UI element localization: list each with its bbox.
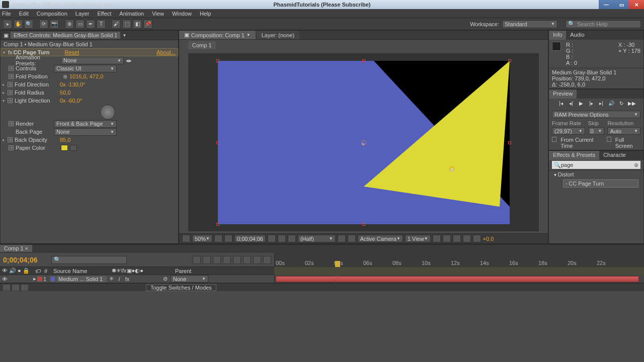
effects-category[interactable]: ▾ Distort (549, 170, 643, 178)
roi-icon[interactable] (338, 235, 346, 242)
minimize-button[interactable]: — (599, 0, 614, 9)
exposure-reset-icon[interactable] (473, 235, 481, 242)
camera-dropdown[interactable]: Active Camera ▼ (358, 235, 403, 242)
selection-handle[interactable] (508, 141, 511, 144)
maximize-button[interactable]: ▭ (614, 0, 629, 9)
play-button[interactable]: ▶ (578, 101, 585, 108)
selection-handle[interactable] (216, 223, 219, 226)
pen-tool[interactable]: ✒ (86, 20, 95, 29)
color-icon[interactable] (288, 235, 296, 242)
status-icon[interactable] (3, 285, 10, 291)
menu-view[interactable]: View (152, 11, 164, 17)
effect-controls-tab[interactable]: Effect Controls: Medium Gray-Blue Solid … (11, 32, 120, 39)
menu-window[interactable]: Window (172, 11, 192, 17)
brush-tool[interactable]: 🖌 (112, 20, 121, 29)
zoom-dropdown[interactable]: 50% ▼ (192, 235, 212, 242)
menu-composition[interactable]: Composition (37, 11, 67, 17)
stopwatch-icon[interactable]: ◷ (9, 121, 14, 126)
effect-item[interactable]: ▫ CC Page Turn (563, 179, 638, 188)
full-screen-checkbox[interactable] (607, 137, 611, 142)
stopwatch-icon[interactable]: ◷ (8, 98, 13, 103)
timecode[interactable]: 0;00;04;06 (3, 256, 48, 264)
layer-duration-bar[interactable] (276, 276, 639, 282)
current-time[interactable]: 0;00;04;06 (234, 235, 266, 242)
resolution-dropdown[interactable]: (Half) ▼ (298, 235, 336, 242)
back-opacity-value[interactable]: 85,0 (60, 137, 70, 143)
camera-tool[interactable]: 📷 (50, 20, 59, 29)
paper-color-swatch[interactable] (61, 145, 68, 151)
timeline-comp-tab[interactable]: Comp 1 × (0, 245, 32, 252)
tl-icon[interactable] (223, 256, 231, 264)
tl-icon[interactable] (253, 256, 261, 264)
tl-icon[interactable] (243, 256, 251, 264)
parent-dropdown[interactable]: None▼ (171, 275, 208, 283)
menu-layer[interactable]: Layer (75, 11, 90, 17)
stopwatch-icon[interactable]: ◷ (8, 90, 13, 95)
composition-viewer[interactable]: + ⊕ (188, 53, 539, 231)
comp-mini-tab[interactable]: Comp 1 (188, 41, 216, 49)
timeline-search[interactable]: 🔍 (51, 256, 127, 264)
selection-handle[interactable] (362, 59, 365, 62)
loop-button[interactable]: ↻ (618, 101, 625, 108)
tl-icon[interactable] (213, 256, 221, 264)
composition-tab[interactable]: ▣ Composition: Comp 1 ▼ (179, 31, 256, 39)
time-ruler[interactable]: 00s 02s 04s 06s 08s 10s 12s 14s 16s 18s … (274, 253, 644, 267)
status-icon[interactable] (21, 285, 28, 291)
effects-presets-tab[interactable]: Effects & Presets (549, 151, 599, 160)
reset-link[interactable]: Reset (64, 49, 79, 55)
menu-effect[interactable]: Effect (97, 11, 111, 17)
mute-button[interactable]: 🔊 (608, 101, 615, 108)
tl-icon[interactable] (263, 256, 271, 264)
rect-tool[interactable]: ▭ (75, 20, 85, 29)
menu-animation[interactable]: Animation (119, 11, 144, 17)
menu-file[interactable]: File (2, 11, 11, 17)
back-page-dropdown[interactable]: None▼ (54, 128, 117, 136)
light-direction-dial[interactable] (100, 105, 115, 120)
fold-position-indicator[interactable]: ⊕ (449, 166, 454, 171)
anim-presets-dropdown[interactable]: None▼ (61, 57, 124, 64)
status-icon[interactable] (12, 285, 19, 291)
selection-handle[interactable] (216, 141, 219, 144)
eyedropper-icon[interactable] (70, 145, 77, 151)
timeline-layer-row[interactable]: 👁 ▸ 1 Medium ... Solid 1 ✳ / fx ⊘ None▼ (0, 275, 644, 283)
mask-icon[interactable] (224, 235, 232, 242)
fast-preview-icon[interactable] (443, 235, 451, 242)
framerate-dropdown[interactable]: (29,97)▼ (552, 127, 585, 135)
fold-direction-value[interactable]: 0x -130,0° (60, 81, 85, 87)
tl-icon[interactable] (193, 256, 201, 264)
ram-preview-dropdown[interactable]: RAM Preview Options▼ (552, 111, 640, 118)
pan-behind-tool[interactable]: ⊕ (65, 20, 74, 29)
fold-radius-value[interactable]: 50,0 (60, 89, 70, 96)
selection-handle[interactable] (362, 223, 365, 226)
transparency-icon[interactable] (348, 235, 356, 242)
text-tool[interactable]: T (97, 20, 106, 29)
fold-position-value[interactable]: 1016,0, 472,0 (69, 73, 103, 79)
close-button[interactable]: ✕ (629, 0, 644, 9)
tl-icon[interactable] (233, 256, 241, 264)
ram-preview-button[interactable]: ▶▶ (628, 101, 635, 108)
stopwatch-icon[interactable]: ◷ (9, 74, 14, 79)
character-tab[interactable]: Characte (599, 151, 630, 160)
stopwatch-icon[interactable]: ◷ (8, 137, 13, 142)
light-direction-value[interactable]: 0x -60,0° (60, 98, 82, 104)
grid-icon[interactable] (214, 235, 222, 242)
pixel-aspect-icon[interactable] (433, 235, 441, 242)
stopwatch-icon[interactable]: ◷ (8, 82, 13, 87)
zoom-tool[interactable]: 🔍 (24, 20, 33, 29)
exposure-value[interactable]: +0,0 (483, 236, 494, 242)
next-frame-button[interactable]: |▸ (588, 101, 595, 108)
layer-color-label[interactable] (37, 277, 42, 282)
selection-handle[interactable] (216, 59, 219, 62)
menu-help[interactable]: Help (200, 11, 211, 17)
prev-frame-button[interactable]: ◂| (568, 101, 575, 108)
snapshot-icon[interactable] (268, 235, 276, 242)
effects-search-input[interactable]: 🔍 ⊗ (552, 161, 640, 169)
menu-edit[interactable]: Edit (19, 11, 29, 17)
clone-tool[interactable]: ⬚ (122, 20, 131, 29)
layer-tab[interactable]: Layer: (none) (257, 31, 299, 39)
rotate-tool[interactable]: ⟳ (39, 20, 48, 29)
controls-dropdown[interactable]: Classic UI▼ (54, 65, 117, 72)
last-frame-button[interactable]: ▸| (598, 101, 605, 108)
info-tab[interactable]: Info (549, 31, 566, 40)
flowchart-icon[interactable] (463, 235, 471, 242)
